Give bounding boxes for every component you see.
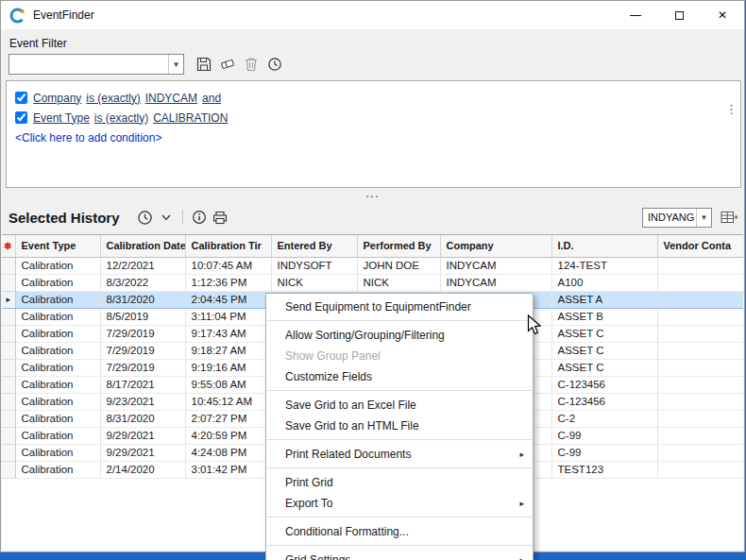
column-header-entered-by[interactable]: Entered By	[271, 235, 357, 257]
condition-checkbox[interactable]	[15, 111, 27, 124]
cell-calibration-time: 2:07:27 PM	[185, 410, 271, 427]
column-header-event-type[interactable]: Event Type	[15, 235, 100, 257]
cell-event-type: Calibration	[15, 427, 100, 444]
menu-item[interactable]: Customize Fields	[266, 366, 533, 387]
cell-calibration-time: 10:07:45 AM	[185, 257, 271, 274]
menu-separator	[267, 545, 532, 546]
row-selector[interactable]	[2, 359, 15, 376]
cell-calibration-time: 4:24:08 PM	[185, 444, 271, 461]
history-clock-button[interactable]	[135, 207, 156, 228]
filter-preset-combo[interactable]: ▼	[8, 54, 184, 75]
print-button[interactable]	[210, 207, 230, 228]
close-button[interactable]: ✕	[701, 1, 744, 29]
column-header-company[interactable]: Company	[440, 235, 551, 257]
delete-filter-button[interactable]	[239, 54, 263, 75]
save-filter-button[interactable]	[192, 54, 215, 75]
info-button[interactable]	[189, 207, 210, 228]
row-selector[interactable]	[2, 274, 15, 291]
menu-item[interactable]: Grid Settings▸	[266, 550, 533, 560]
header-row: ✱ Event Type Calibration Date Calibratio…	[2, 235, 743, 257]
menu-item[interactable]: Save Grid to an Excel File	[266, 395, 533, 416]
cell-calibration-date: 12/2/2021	[100, 257, 185, 274]
row-selector[interactable]	[2, 444, 15, 461]
menu-item[interactable]: Print Related Documents▸	[266, 444, 533, 465]
event-filter-label: Event Filter	[9, 37, 67, 50]
row-selector[interactable]	[2, 410, 15, 427]
menu-item-label: Conditional Formatting...	[285, 525, 524, 538]
cell-calibration-date: 8/31/2020	[100, 410, 185, 427]
cell-vendor-contact	[657, 359, 743, 376]
cell-calibration-date: 8/5/2019	[100, 308, 185, 325]
column-header-calibration-date[interactable]: Calibration Date	[100, 235, 185, 257]
condition-field-link[interactable]: Event Type	[33, 111, 90, 125]
cell-vendor-contact	[657, 393, 743, 410]
minimize-button[interactable]: —	[614, 1, 657, 29]
condition-operator-link[interactable]: is (exactly)	[86, 92, 140, 105]
table-row[interactable]: Calibration 8/3/2022 1:12:36 PM NICK NIC…	[2, 274, 743, 291]
menu-item[interactable]: Save Grid to an HTML File	[266, 416, 533, 436]
grid-layout-button[interactable]	[719, 207, 739, 228]
column-header-performed-by[interactable]: Performed By	[357, 235, 440, 257]
user-combo[interactable]: INDYANG ▼	[642, 208, 712, 228]
column-header-calibration-time[interactable]: Calibration Tir	[185, 235, 271, 257]
cell-vendor-contact	[657, 427, 743, 444]
condition-value-link[interactable]: INDYCAM	[145, 92, 197, 105]
menu-item-label: Export To	[285, 497, 519, 510]
cell-event-type: Calibration	[15, 325, 100, 342]
cell-entered-by: NICK	[271, 274, 357, 291]
cell-calibration-time: 9:18:27 AM	[185, 342, 271, 359]
condition-operator-link[interactable]: is (exactly)	[94, 111, 148, 125]
cell-vendor-contact	[657, 257, 743, 274]
menu-item[interactable]: Allow Sorting/Grouping/Filtering	[266, 325, 533, 346]
cell-vendor-contact	[657, 342, 743, 359]
maximize-button[interactable]	[657, 1, 701, 29]
filter-active-icon: ✱	[4, 241, 11, 251]
submenu-arrow-icon: ▸	[519, 450, 524, 459]
menu-item-label: Print Grid	[285, 476, 524, 489]
clock-icon	[137, 210, 153, 226]
menu-item[interactable]: Send Equipment to EquipmentFinder	[266, 297, 533, 317]
row-selector[interactable]	[2, 325, 15, 342]
cell-event-type: Calibration	[15, 393, 100, 410]
row-selector[interactable]	[2, 257, 15, 274]
menu-item[interactable]: Export To▸	[266, 493, 533, 514]
cell-event-type: Calibration	[15, 257, 100, 274]
row-selector[interactable]	[2, 376, 15, 393]
cell-calibration-date: 8/17/2021	[100, 376, 185, 393]
history-dropdown-button[interactable]	[156, 207, 177, 228]
chevron-down-icon[interactable]: ▼	[696, 209, 711, 227]
history-header-bar: Selected History	[8, 203, 739, 231]
row-selector[interactable]	[2, 291, 15, 308]
add-condition-link[interactable]: <Click here to add condition>	[15, 128, 732, 147]
maximize-icon	[675, 11, 684, 20]
column-header-id[interactable]: I.D.	[551, 235, 657, 257]
grid-layout-icon	[721, 210, 738, 225]
menu-item[interactable]: Print Grid	[266, 472, 533, 493]
submenu-arrow-icon: ▸	[519, 555, 524, 560]
title-bar: EventFinder — ✕	[1, 1, 744, 29]
filter-history-button[interactable]	[263, 54, 286, 75]
menu-item-label: Save Grid to an Excel File	[285, 399, 524, 412]
row-selector[interactable]	[2, 461, 15, 478]
app-logo-icon	[9, 8, 25, 24]
clear-filter-button[interactable]	[215, 54, 239, 75]
menu-item-label: Send Equipment to EquipmentFinder	[285, 300, 524, 314]
condition-value-link[interactable]: CALIBRATION	[153, 111, 228, 125]
row-selector[interactable]	[2, 393, 15, 410]
cell-id: TEST123	[551, 461, 657, 478]
panel-resize-handle[interactable]	[725, 102, 738, 116]
column-header-vendor-contact[interactable]: Vendor Conta	[657, 235, 743, 257]
row-selector[interactable]	[2, 342, 15, 359]
menu-item[interactable]: Conditional Formatting...	[266, 521, 533, 542]
condition-field-link[interactable]: Company	[33, 92, 81, 105]
table-row[interactable]: Calibration 12/2/2021 10:07:45 AM INDYSO…	[2, 257, 743, 274]
condition-checkbox[interactable]	[15, 92, 27, 104]
splitter-handle[interactable]	[1, 187, 744, 198]
condition-conjunction-link[interactable]: and	[202, 92, 221, 105]
selector-column-header[interactable]: ✱	[2, 235, 15, 257]
chevron-down-icon[interactable]: ▼	[168, 55, 183, 74]
row-selector[interactable]	[2, 308, 15, 325]
row-selector[interactable]	[2, 427, 15, 444]
toolbar-divider	[182, 210, 183, 225]
cell-calibration-time: 1:12:36 PM	[185, 274, 271, 291]
